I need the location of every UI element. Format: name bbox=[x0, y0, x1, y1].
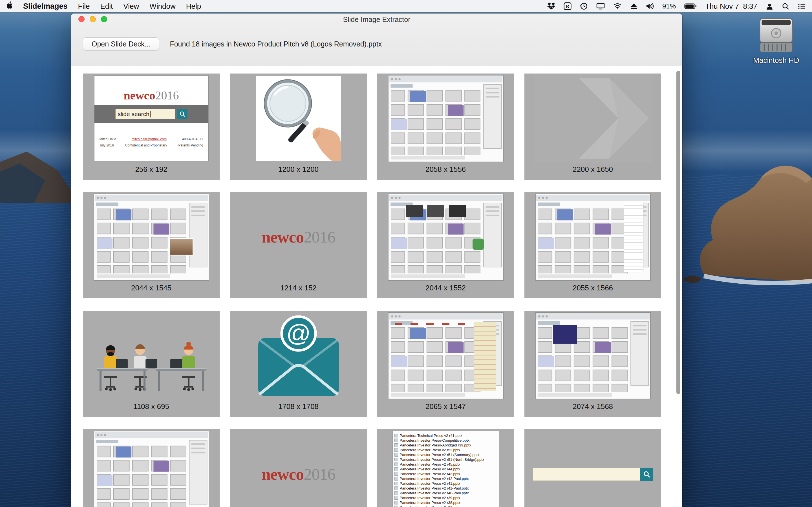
svg-text:R: R bbox=[566, 4, 569, 9]
slide-email: mitch.haile@gmail.com bbox=[132, 137, 167, 141]
fast-user-switch-icon[interactable] bbox=[766, 3, 773, 10]
found-images-status: Found 18 images in Newco Product Pitch v… bbox=[170, 40, 382, 48]
pptx-file-icon bbox=[395, 482, 398, 485]
battery-icon[interactable] bbox=[684, 3, 697, 9]
thumbnail-search-bar bbox=[524, 429, 661, 507]
slide-confidential: Confidential and Proprietary bbox=[125, 144, 167, 147]
pptx-file-icon bbox=[395, 472, 398, 476]
wifi-icon[interactable] bbox=[613, 3, 622, 10]
newco-logo-name: newco bbox=[124, 89, 155, 102]
thumbnail-gray-chevron bbox=[524, 73, 661, 163]
image-cell-4[interactable]: 2200 x 1650 bbox=[524, 73, 661, 180]
pptx-file-icon bbox=[395, 458, 398, 461]
menubar-app-name[interactable]: SlideImages bbox=[23, 2, 68, 11]
thumbnail-slide-sorter bbox=[377, 311, 514, 400]
window-header: Slide Image Extractor Open Slide Deck...… bbox=[71, 13, 682, 66]
image-caption: 2044 x 1552 bbox=[377, 282, 514, 298]
thumbnail-file-list: Pancetera Technical Preso v2 r41.pptx Pa… bbox=[377, 429, 514, 507]
image-cell-5[interactable]: 2044 x 1545 bbox=[83, 192, 220, 298]
window-title: Slide Image Extractor bbox=[71, 13, 682, 25]
spotlight-search-icon[interactable] bbox=[782, 3, 790, 10]
menu-view[interactable]: View bbox=[123, 2, 139, 11]
image-cell-15[interactable]: Pancetera Technical Preso v2 r41.pptx Pa… bbox=[377, 429, 514, 507]
menu-edit[interactable]: Edit bbox=[100, 2, 113, 11]
hard-drive-icon bbox=[755, 50, 798, 55]
vertical-scrollbar-thumb[interactable] bbox=[676, 71, 680, 394]
battery-percent: 91% bbox=[662, 2, 676, 10]
image-cell-6[interactable]: newco2016 1214 x 152 bbox=[230, 192, 367, 298]
pptx-file-icon bbox=[395, 462, 398, 466]
volume-label: Macintosh HD bbox=[749, 56, 803, 65]
image-caption: 2055 x 1566 bbox=[524, 282, 661, 298]
menu-bar: SlideImages File Edit View Window Help R… bbox=[0, 0, 812, 12]
image-caption: 2044 x 1545 bbox=[83, 282, 220, 298]
image-cell-10[interactable]: @ 1708 x 1708 bbox=[230, 311, 367, 417]
slide-patents: Patents Pending bbox=[178, 144, 203, 147]
image-caption: 2074 x 1568 bbox=[524, 400, 661, 417]
image-cell-9[interactable]: 1108 x 695 bbox=[83, 311, 220, 417]
toolbar: Open Slide Deck... Found 18 images in Ne… bbox=[71, 25, 682, 66]
pptx-file-icon bbox=[395, 467, 398, 471]
slide-date: July 2016 bbox=[100, 144, 114, 147]
notification-list-icon[interactable] bbox=[798, 3, 806, 10]
time-machine-icon[interactable] bbox=[580, 2, 588, 10]
thumbnail-slide-sorter bbox=[83, 429, 220, 507]
wallpaper-left-headland bbox=[0, 147, 79, 203]
image-grid-scroll-area: newco2016 slide search Mitch Haile mitch bbox=[71, 66, 682, 507]
search-field-image bbox=[532, 468, 640, 481]
apple-menu-icon[interactable] bbox=[6, 1, 13, 11]
search-button-image bbox=[640, 468, 653, 481]
image-caption: 1200 x 1200 bbox=[230, 163, 367, 180]
minimize-button[interactable] bbox=[90, 16, 96, 22]
thumbnail-slide-sorter bbox=[377, 192, 514, 282]
close-button[interactable] bbox=[79, 16, 85, 22]
thumbnail-newco-logo: newco2016 bbox=[230, 192, 367, 282]
thumbnail-slide-sorter bbox=[524, 192, 661, 282]
pptx-file-icon bbox=[395, 501, 398, 504]
volume-icon[interactable] bbox=[646, 3, 654, 10]
thumbnail-newco-logo: newco2016 bbox=[230, 429, 367, 507]
r-app-icon[interactable]: R bbox=[564, 2, 571, 10]
slide-phone: 408-431-4071 bbox=[182, 137, 203, 141]
image-cell-2[interactable]: 1200 x 1200 bbox=[230, 73, 367, 180]
image-cell-7[interactable]: 2044 x 1552 bbox=[377, 192, 514, 298]
slide-image-extractor-window: Slide Image Extractor Open Slide Deck...… bbox=[71, 13, 682, 507]
thumbnail-newco-title-slide: newco2016 slide search Mitch Haile mitch bbox=[83, 73, 220, 163]
menu-window[interactable]: Window bbox=[149, 2, 175, 11]
titlebar[interactable]: Slide Image Extractor bbox=[71, 13, 682, 25]
display-mirroring-icon[interactable] bbox=[596, 3, 605, 10]
pptx-file-icon bbox=[395, 477, 398, 481]
pptx-file-icon bbox=[395, 506, 398, 507]
image-cell-12[interactable]: 2074 x 1568 bbox=[524, 311, 661, 417]
thumbnail-slide-sorter bbox=[83, 192, 220, 282]
thumbnail-people-illustration bbox=[83, 311, 220, 400]
open-slide-deck-button[interactable]: Open Slide Deck... bbox=[83, 38, 159, 50]
dropbox-icon[interactable] bbox=[547, 3, 555, 10]
pptx-file-icon bbox=[395, 439, 398, 442]
image-caption: 256 x 192 bbox=[83, 163, 220, 180]
pptx-file-icon bbox=[395, 496, 398, 500]
menu-file[interactable]: File bbox=[78, 2, 90, 11]
desktop-volume-macintosh-hd[interactable]: Macintosh HD bbox=[749, 17, 803, 65]
eject-icon[interactable] bbox=[630, 3, 638, 10]
thumbnail-slide-sorter bbox=[377, 73, 514, 163]
image-cell-16[interactable] bbox=[524, 429, 661, 507]
image-caption: 2065 x 1547 bbox=[377, 400, 514, 417]
image-cell-11[interactable]: 2065 x 1547 bbox=[377, 311, 514, 417]
pptx-file-icon bbox=[395, 434, 398, 438]
slide-author: Mitch Haile bbox=[100, 137, 116, 141]
zoom-button[interactable] bbox=[101, 16, 107, 22]
image-cell-14[interactable]: newco2016 bbox=[230, 429, 367, 507]
image-cell-1[interactable]: newco2016 slide search Mitch Haile mitch bbox=[83, 73, 220, 180]
pptx-file-icon bbox=[395, 491, 398, 495]
pptx-file-icon bbox=[395, 443, 398, 447]
image-caption: 1214 x 152 bbox=[230, 282, 367, 298]
image-cell-13[interactable] bbox=[83, 429, 220, 507]
image-cell-3[interactable]: 2058 x 1556 bbox=[377, 73, 514, 180]
thumbnail-email-envelope-icon: @ bbox=[230, 311, 367, 400]
menu-help[interactable]: Help bbox=[186, 2, 201, 11]
menubar-clock[interactable]: Thu Nov 7 8:37 bbox=[705, 2, 757, 11]
image-caption: 2058 x 1556 bbox=[377, 163, 514, 180]
image-caption: 1108 x 695 bbox=[83, 400, 220, 417]
image-cell-8[interactable]: 2055 x 1566 bbox=[524, 192, 661, 298]
